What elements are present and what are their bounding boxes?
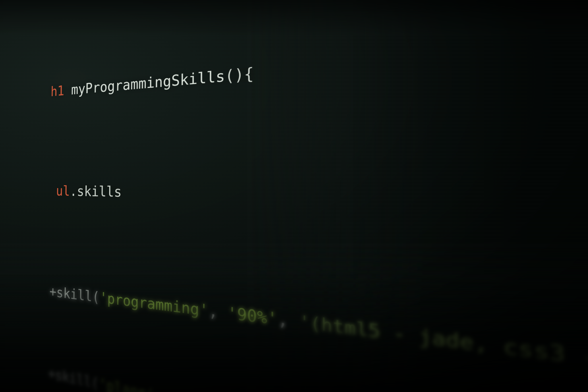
string-token: '(html5 - jade, css3 - sass, scss, jquer…: [299, 312, 588, 392]
tag-token: h1: [51, 83, 64, 100]
string-token: 'planning': [99, 375, 181, 392]
code-line: ul.skills: [29, 181, 588, 266]
code-editor: h1 myProgrammingSkills(){ ul.skills +ski…: [0, 0, 588, 392]
mixin-token: +skill(: [49, 283, 100, 306]
screen-photo: h1 myProgrammingSkills(){ ul.skills +ski…: [0, 0, 588, 392]
code-line: +skill('programming', '90%', '(html5 - j…: [28, 279, 588, 392]
punct-token: (){: [225, 64, 254, 85]
string-token: 'programming': [100, 289, 208, 320]
code-line: +skill('planning', '80%', ' (I can plan …: [26, 358, 588, 392]
fn-token: myProgrammingSkills: [71, 67, 225, 98]
tag-token: ul: [56, 183, 70, 199]
mixin-token: +skill(: [48, 365, 99, 392]
code-line: h1 myProgrammingSkills(){: [31, 0, 588, 103]
string-token: '90%': [227, 304, 278, 329]
class-token: .skills: [70, 183, 122, 200]
line-number-gutter: [0, 0, 7, 392]
